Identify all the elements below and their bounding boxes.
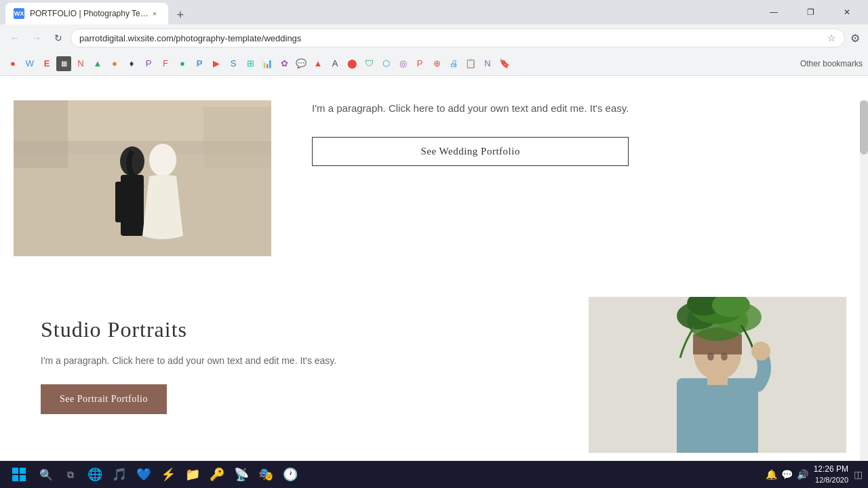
toolbar-icon-4[interactable]: ▦ [56,56,71,71]
new-tab-button[interactable]: + [171,5,190,24]
toolbar-icon-11[interactable]: ● [175,56,190,71]
action-center-icon[interactable]: ◫ [854,469,863,480]
toolbar-icon-24[interactable]: ◎ [395,56,410,71]
toolbar-icon-28[interactable]: 📋 [463,56,478,71]
extensions-icon[interactable]: ⚙ [848,32,863,45]
see-portrait-portfolio-button[interactable]: See Portrait Portfolio [41,384,167,414]
svg-point-21 [751,342,770,361]
toolbar-icon-12[interactable]: P [192,56,207,71]
tab-title: PORTFOLIO | Photography Tem... [30,9,149,18]
svg-rect-7 [14,100,68,168]
svg-rect-10 [677,378,758,453]
svg-point-6 [149,144,176,176]
toolbar-icon-10[interactable]: F [158,56,173,71]
content-area: I'm a paragraph. Click here to add your … [0,100,860,461]
address-bar[interactable]: parrotdigital.wixsite.com/photography-te… [71,28,845,47]
minimize-button[interactable]: — [758,0,789,24]
toolbar-row: ● W E ▦ N ▲ ● ♦ P F ● P ▶ S ⊞ 📊 ✿ 💬 ▲ A … [0,52,868,76]
browser-chrome: WX PORTFOLIO | Photography Tem... × + — … [0,0,868,76]
taskbar-right: 🔔 💬 🔊 12:26 PM 12/8/2020 ◫ [766,464,863,485]
toolbar-icon-19[interactable]: ▲ [311,56,326,71]
window-controls: — ❐ ✕ [758,0,863,24]
portraits-text: Studio Portraits I'm a paragraph. Click … [0,297,589,434]
taskbar-chrome-icon[interactable]: 🌐 [84,464,106,485]
forward-button[interactable]: → [27,28,46,47]
taskbar-icon-9[interactable]: 🎭 [255,464,277,485]
taskbar: 🔍 ⧉ 🌐 🎵 💙 ⚡ 📁 🔑 📡 🎭 🕐 🔔 💬 🔊 12:26 PM 12/… [0,461,868,488]
clock-time: 12:26 PM [814,464,848,475]
taskbar-icon-8[interactable]: 📡 [231,464,252,485]
wedding-paragraph: I'm a paragraph. Click here to add your … [312,100,629,117]
toolbar-icon-23[interactable]: ⬡ [378,56,393,71]
taskbar-icon-7[interactable]: 🔑 [206,464,228,485]
toolbar-icon-20[interactable]: A [328,56,342,71]
clock-date: 12/8/2020 [814,475,848,485]
portraits-title: Studio Portraits [41,317,548,342]
address-bar-icons: ☆ [827,33,836,43]
taskbar-task-view-icon[interactable]: ⧉ [60,464,81,485]
toolbar-icon-3[interactable]: E [39,56,54,71]
address-bar-row: ← → ↻ parrotdigital.wixsite.com/photogra… [0,24,868,52]
volume-icon[interactable]: 🔊 [797,469,808,480]
maximize-button[interactable]: ❐ [795,0,826,24]
section-gap [0,263,860,283]
taskbar-spotify-icon[interactable]: 🎵 [108,464,130,485]
refresh-button[interactable]: ↻ [49,28,68,47]
toolbar-icon-13[interactable]: ▶ [209,56,224,71]
system-icons: 🔔 💬 🔊 [766,469,808,480]
toolbar-icon-7[interactable]: ● [107,56,122,71]
portraits-section: Studio Portraits I'm a paragraph. Click … [0,283,860,453]
toolbar-icon-27[interactable]: 🖨 [446,56,461,71]
wedding-text: I'm a paragraph. Click here to add your … [271,100,669,166]
title-bar: WX PORTFOLIO | Photography Tem... × + — … [0,0,868,24]
message-icon[interactable]: 💬 [781,469,793,480]
toolbar-icon-8[interactable]: ♦ [124,56,139,71]
tab-favicon: WX [14,8,24,19]
tab-close-button[interactable]: × [149,8,160,19]
bookmarks-label: Other bookmarks [800,59,863,68]
taskbar-icon-10[interactable]: 🕐 [279,464,301,485]
toolbar-icon-25[interactable]: P [412,56,427,71]
toolbar-icon-14[interactable]: S [226,56,241,71]
taskbar-search-icon[interactable]: 🔍 [35,464,57,485]
toolbar-icon-9[interactable]: P [141,56,156,71]
toolbar-icon-30[interactable]: 🔖 [497,56,512,71]
toolbar-icon-15[interactable]: ⊞ [243,56,258,71]
wedding-photo [14,100,271,256]
wedding-section: I'm a paragraph. Click here to add your … [0,100,860,263]
toolbar-icon-2[interactable]: W [22,56,37,71]
toolbar-icon-17[interactable]: ✿ [277,56,292,71]
toolbar-icon-5[interactable]: N [73,56,88,71]
toolbar-icon-6[interactable]: ▲ [90,56,105,71]
windows-logo-icon [12,468,26,481]
notification-icon[interactable]: 🔔 [766,469,777,480]
url-text: parrotdigital.wixsite.com/photography-te… [79,33,827,43]
star-icon[interactable]: ☆ [827,33,836,43]
toolbar-icon-26[interactable]: ⊕ [429,56,444,71]
portraits-photo [589,297,846,453]
taskbar-icon-5[interactable]: ⚡ [157,464,179,485]
start-button[interactable] [5,464,33,485]
taskbar-fileexplorer-icon[interactable]: 📁 [182,464,203,485]
svg-rect-5 [115,182,129,222]
svg-rect-8 [203,107,271,168]
scrollbar-thumb[interactable] [860,100,868,155]
toolbar-icon-16[interactable]: 📊 [260,56,275,71]
toolbar-icon-18[interactable]: 💬 [294,56,309,71]
close-button[interactable]: ✕ [831,0,863,24]
back-button[interactable]: ← [5,28,24,47]
active-tab[interactable]: WX PORTFOLIO | Photography Tem... × [5,3,168,24]
taskbar-vscode-icon[interactable]: 💙 [133,464,155,485]
see-wedding-portfolio-button[interactable]: See Wedding Portfolio [312,137,629,166]
taskbar-clock: 12:26 PM 12/8/2020 [814,464,848,485]
scrollbar[interactable] [860,100,868,488]
toolbar-icon-22[interactable]: 🛡 [361,56,376,71]
toolbar-icon-29[interactable]: N [480,56,495,71]
portraits-paragraph: I'm a paragraph. Click here to add your … [41,353,548,368]
toolbar-icon-21[interactable]: ⬤ [344,56,359,71]
svg-point-22 [707,352,714,361]
svg-point-23 [721,352,728,361]
toolbar-icon-1[interactable]: ● [5,56,20,71]
